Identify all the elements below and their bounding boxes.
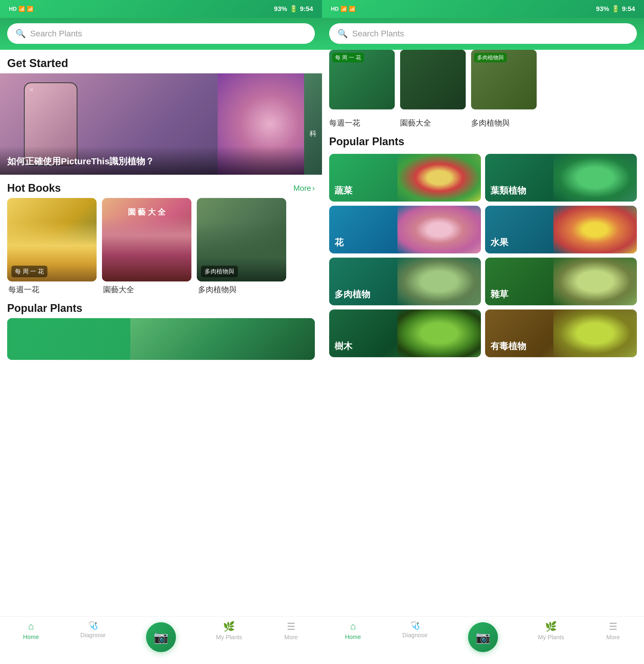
pop-label-leaf: 葉類植物: [485, 180, 532, 202]
pop-card-tree[interactable]: 樹木: [329, 310, 481, 357]
home-icon-left: ⌂: [28, 621, 34, 632]
search-bar-section-right: 🔍 Search Plants: [322, 18, 644, 50]
nav-diagnose-left[interactable]: 🩺 Diagnose: [62, 621, 124, 639]
home-label-right: Home: [345, 634, 361, 640]
pop-card-succulent[interactable]: 多肉植物: [329, 257, 481, 305]
book-label-0: 每週一花: [7, 285, 97, 295]
books-labels-row: 每週一花 園藝大全 多肉植物與: [322, 116, 644, 128]
hot-books-more[interactable]: More ›: [293, 184, 315, 193]
more-label: More: [293, 184, 311, 193]
popular-plants-title-left: Popular Plants: [0, 295, 322, 318]
bottom-nav-left: ⌂ Home 🩺 Diagnose 🌿 My Plants ☰ More ✦ 📷: [0, 616, 322, 664]
nav-diagnose-right[interactable]: 🩺 Diagnose: [384, 621, 446, 639]
home-label-left: Home: [23, 634, 39, 640]
wifi-icon-right: 📶: [349, 6, 355, 12]
status-bar-right: HD 📶 📶 93% 🔋 9:54: [322, 0, 644, 18]
right-panel: HD 📶 📶 93% 🔋 9:54 🔍 Search Plants 每 周 一 …: [322, 0, 644, 664]
books-row: 每 周 一 花 每週一花 園 藝 大 全 園藝大全 多肉植物與 多肉植物與: [0, 198, 322, 295]
book-top-2[interactable]: 多肉植物與: [471, 50, 537, 109]
popular-preview-card[interactable]: [7, 318, 315, 360]
book-card-1[interactable]: 園 藝 大 全 園藝大全: [102, 198, 191, 295]
book-thumb-2: 多肉植物與: [197, 198, 286, 282]
hero-card[interactable]: 如何正確使用PictureThis識別植物？ 科: [0, 74, 322, 175]
camera-icon-right: 📷: [476, 630, 491, 644]
pop-label-fruit: 水果: [485, 232, 514, 253]
pop-card-leaf[interactable]: 葉類植物: [485, 154, 637, 202]
book-top-0[interactable]: 每 周 一 花: [329, 50, 395, 109]
pop-img-fruit: [553, 206, 637, 253]
nav-myplants-left[interactable]: 🌿 My Plants: [198, 621, 260, 641]
battery-level-right: 93%: [596, 5, 609, 13]
time-display-right: 9:54: [622, 5, 635, 13]
myplants-icon-left: 🌿: [223, 621, 235, 632]
pop-img-succulent: [397, 257, 481, 305]
book-label-2: 多肉植物與: [197, 285, 286, 295]
hero-overlay: 如何正確使用PictureThis識別植物？: [0, 146, 322, 175]
network-indicator: HD: [9, 6, 17, 12]
pop-label-toxic: 有毒植物: [485, 335, 532, 357]
search-placeholder-left: Search Plants: [30, 29, 82, 39]
search-icon-left: 🔍: [16, 28, 26, 39]
wifi-icon: 📶: [27, 6, 34, 12]
diagnose-label-right: Diagnose: [402, 632, 428, 639]
battery-icon-right: 🔋: [611, 5, 620, 13]
book-top-1[interactable]: [400, 50, 466, 109]
pop-img-flower: [397, 206, 481, 253]
more-label-left: More: [284, 634, 298, 641]
pop-card-veg[interactable]: 蔬菜: [329, 154, 481, 202]
nav-myplants-right[interactable]: 🌿 My Plants: [520, 621, 582, 641]
myplants-label-left: My Plants: [216, 634, 243, 641]
hot-books-title: Hot Books: [7, 182, 61, 194]
more-label-right: More: [606, 634, 620, 641]
book-badge-2: 多肉植物與: [201, 266, 238, 277]
pop-card-flower[interactable]: 花: [329, 206, 481, 253]
camera-button-left[interactable]: ✦ 📷: [146, 622, 176, 652]
nav-home-right[interactable]: ⌂ Home: [322, 621, 384, 640]
status-bar-left: HD 📶 📶 93% 🔋 9:54: [0, 0, 322, 18]
network-indicator-right: HD: [331, 6, 339, 12]
book-thumb-0: 每 周 一 花: [7, 198, 97, 282]
hero-side-badge: 科: [304, 74, 322, 175]
book-card-0[interactable]: 每 周 一 花 每週一花: [7, 198, 97, 295]
diagnose-label-left: Diagnose: [80, 632, 106, 639]
more-icon-right: ☰: [609, 621, 618, 632]
diagnose-icon-left: 🩺: [88, 621, 98, 630]
signal-bars-right: 📶: [340, 6, 347, 12]
diagnose-icon-right: 🩺: [410, 621, 420, 630]
pop-card-toxic[interactable]: 有毒植物: [485, 310, 637, 357]
bottom-nav-right: ⌂ Home 🩺 Diagnose 🌿 My Plants ☰ More ✦ 📷: [322, 616, 644, 664]
pop-card-weed[interactable]: 雜草: [485, 257, 637, 305]
myplants-icon-right: 🌿: [545, 621, 557, 632]
book-label-top-0: 每週一花: [329, 118, 395, 128]
book-title-overlay: 園 藝 大 全: [128, 207, 165, 217]
book-label-1: 園藝大全: [102, 285, 191, 295]
get-started-title: Get Started: [0, 50, 322, 74]
hot-books-header: Hot Books More ›: [0, 175, 322, 198]
home-icon-right: ⌂: [350, 621, 356, 632]
popular-grid: 蔬菜 葉類植物 花 水果: [322, 154, 644, 357]
status-right: 93% 🔋 9:54: [274, 5, 313, 13]
pop-img-leaf: [553, 154, 637, 202]
nav-more-left[interactable]: ☰ More: [260, 621, 322, 641]
book-label-top-2: 多肉植物與: [471, 118, 537, 128]
pop-img-toxic: [553, 310, 637, 357]
content-left: Get Started 如何正確使用PictureThis識別植物？ 科 Hot…: [0, 50, 322, 616]
more-chevron: ›: [312, 184, 315, 193]
pop-label-succulent: 多肉植物: [329, 284, 376, 305]
book-card-2[interactable]: 多肉植物與 多肉植物與: [197, 198, 286, 295]
sparkle-left: ✦: [172, 621, 177, 629]
search-bar-right[interactable]: 🔍 Search Plants: [329, 23, 637, 44]
nav-home-left[interactable]: ⌂ Home: [0, 621, 62, 640]
nav-more-right[interactable]: ☰ More: [582, 621, 644, 641]
pop-card-fruit[interactable]: 水果: [485, 206, 637, 253]
hero-text: 如何正確使用PictureThis識別植物？: [7, 155, 315, 168]
popular-plants-title-right: Popular Plants: [322, 128, 644, 151]
pop-label-veg: 蔬菜: [329, 180, 358, 202]
book-badge-0: 每 周 一 花: [11, 266, 47, 277]
search-bar-left[interactable]: 🔍 Search Plants: [7, 23, 315, 44]
camera-button-right[interactable]: ✦ 📷: [468, 622, 498, 652]
status-left-right: HD 📶 📶: [331, 6, 355, 12]
book-top-badge-0: 每 周 一 花: [332, 53, 364, 62]
more-icon-left: ☰: [287, 621, 295, 632]
left-panel: HD 📶 📶 93% 🔋 9:54 🔍 Search Plants Get St…: [0, 0, 322, 664]
